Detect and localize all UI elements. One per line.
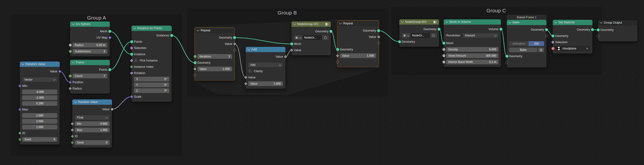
min-y-field[interactable]: -2.000 [22, 95, 57, 100]
fake-user-shield-icon[interactable] [430, 33, 437, 38]
node-mesh-to-volume[interactable]: Mesh to Volume Volume ResolutionAmount M… [444, 19, 501, 67]
bake-mode-animation-button[interactable]: Animation [509, 41, 529, 46]
chevron-down-icon[interactable] [445, 20, 448, 23]
bake-button[interactable]: Bake [509, 48, 537, 52]
socket-subdivisions-input[interactable] [69, 50, 72, 53]
node-add[interactable]: Add Value Add Clamp Value Value1.000 [246, 47, 286, 89]
socket-mesh-output[interactable] [108, 30, 112, 33]
socket-voxel-amount-input[interactable] [442, 54, 446, 57]
resolution-dropdown[interactable]: Amount [463, 33, 498, 38]
socket-geometry-output[interactable] [437, 28, 441, 31]
socket-extend-output[interactable] [378, 42, 380, 45]
interior-band-width-field[interactable]: Interior Band Width0.1 m [446, 60, 498, 64]
node-header[interactable]: Points [70, 60, 110, 65]
chevron-down-icon[interactable] [293, 22, 296, 25]
rotation-z-field[interactable]: Z0° [134, 88, 169, 93]
clamp-checkbox[interactable] [248, 69, 252, 73]
socket-geometry-input[interactable] [551, 34, 555, 38]
rotation-x-field[interactable]: X0° [134, 77, 169, 82]
density-field[interactable]: Density6.000 [446, 47, 498, 52]
socket-points-output[interactable] [108, 68, 112, 71]
node-header[interactable]: Instance on Points [132, 26, 172, 31]
value-field[interactable]: Value1.000 [340, 53, 376, 58]
chevron-down-icon[interactable] [247, 48, 250, 50]
delete-bake-button[interactable] [538, 48, 544, 52]
value-field[interactable]: Value-1.000 [197, 67, 232, 71]
socket-geometry-input[interactable] [596, 28, 600, 32]
socket-geometry-output[interactable] [329, 30, 332, 33]
socket-density-input[interactable] [442, 48, 446, 51]
socket-instance-input[interactable] [130, 53, 134, 56]
node-points[interactable]: Points Points Count7 Position Radius [70, 60, 110, 94]
chevron-down-icon[interactable] [133, 26, 136, 29]
socket-points-input[interactable] [130, 40, 134, 43]
clear-material-icon[interactable]: × [586, 47, 588, 50]
max-z-field[interactable]: 1.000 [22, 125, 57, 129]
node-header[interactable]: Repeat [338, 21, 378, 26]
node-header[interactable]: Ico Sphere [70, 22, 110, 27]
datablock-browse-button[interactable] [294, 35, 302, 40]
pick-instance-checkbox[interactable] [134, 59, 138, 63]
socket-extend-input[interactable] [336, 61, 339, 63]
subdivisions-field[interactable]: Subdivisions3 [72, 49, 108, 54]
node-random-value-float[interactable]: Random Value Value Float Min0.500 Max1.3… [72, 99, 112, 148]
socket-geometry-output[interactable] [377, 29, 380, 32]
socket-volume-output[interactable] [499, 28, 503, 31]
max-field[interactable]: Max1.300 [75, 128, 110, 132]
node-nodegroup-002[interactable]: NodeGroup.002 Geometry NodeGr... Geometr… [399, 19, 439, 47]
socket-interior-band-width-input[interactable] [442, 60, 446, 64]
node-header[interactable]: Bake [507, 20, 546, 25]
bake-mode-still-button[interactable]: Still [529, 41, 544, 46]
voxel-amount-field[interactable]: Voxel Amount300.000 [446, 53, 498, 58]
node-header[interactable]: NodeGroup.002 [399, 19, 439, 25]
chevron-down-icon[interactable] [196, 29, 199, 31]
material-selector[interactable]: cloudplane× [555, 46, 590, 51]
socket-geometry-output[interactable] [591, 28, 594, 31]
chevron-down-icon[interactable] [508, 21, 511, 23]
node-set-material[interactable]: Set Material Geometry Geometry Selection… [553, 20, 592, 54]
socket-geometry-input[interactable] [194, 61, 197, 64]
chevron-down-icon[interactable] [72, 22, 74, 25]
node-header[interactable]: Random Value [72, 99, 112, 105]
socket-instances-output[interactable] [170, 34, 174, 37]
node-header[interactable]: Mesh to Volume [444, 19, 501, 25]
node-instance-on-points[interactable]: Instance on Points Instances Points Sele… [132, 26, 172, 102]
socket-extend-input[interactable] [194, 74, 196, 77]
socket-mesh-input[interactable] [290, 42, 293, 46]
chevron-down-icon[interactable] [22, 62, 24, 65]
node-header[interactable]: Set Material [553, 20, 592, 25]
max-y-field[interactable]: 2.000 [22, 119, 57, 124]
socket-radius-input[interactable] [69, 43, 72, 47]
node-header[interactable]: Random Value [20, 62, 60, 67]
datablock-name[interactable]: NodeGr... [302, 35, 322, 40]
node-repeat-output[interactable]: Repeat Geometry Value Geometry Value1.00… [338, 21, 378, 67]
datablock-browse-button[interactable] [402, 33, 410, 38]
chevron-down-icon[interactable] [72, 61, 74, 63]
chevron-down-icon[interactable] [554, 21, 557, 23]
max-x-field[interactable]: 2.000 [22, 113, 57, 118]
data-type-dropdown[interactable]: Float [75, 115, 110, 120]
node-header[interactable]: Group Output [598, 20, 638, 25]
node-group-output[interactable]: Group Output Geometry [598, 20, 638, 41]
chevron-down-icon[interactable] [600, 21, 602, 23]
chevron-down-icon[interactable] [401, 20, 404, 23]
node-ico-sphere[interactable]: Ico Sphere Mesh UV Map Radius0.25 m Subd… [70, 22, 110, 56]
socket-geometry-input[interactable] [398, 40, 401, 43]
rotation-y-field[interactable]: Y0° [134, 83, 169, 87]
node-header[interactable]: NodeGroup.001 [292, 22, 331, 27]
socket-iterations-input[interactable] [194, 55, 197, 58]
min-field[interactable]: Min0.500 [75, 121, 110, 126]
chevron-down-icon[interactable] [339, 22, 342, 24]
node-nodegroup-001[interactable]: NodeGroup.001 Geometry NodeGr... Mesh Va… [292, 22, 331, 55]
socket-count-input[interactable] [69, 74, 72, 78]
node-header[interactable]: Repeat [195, 28, 234, 33]
socket-geometry-input[interactable] [505, 55, 509, 58]
min-x-field[interactable]: -3.000 [22, 89, 57, 94]
node-bake[interactable]: Baked Frame 1 Bake Geometry AnimationSti… [507, 20, 546, 68]
socket-mesh-input[interactable] [442, 42, 446, 45]
data-type-dropdown[interactable]: Vector [22, 77, 57, 82]
socket-geometry-input[interactable] [336, 48, 339, 51]
node-repeat-input[interactable]: Repeat Geometry Value Iterations3 Geomet… [195, 28, 234, 80]
socket-material-input[interactable] [551, 47, 555, 50]
socket-extend-output[interactable] [233, 49, 236, 52]
